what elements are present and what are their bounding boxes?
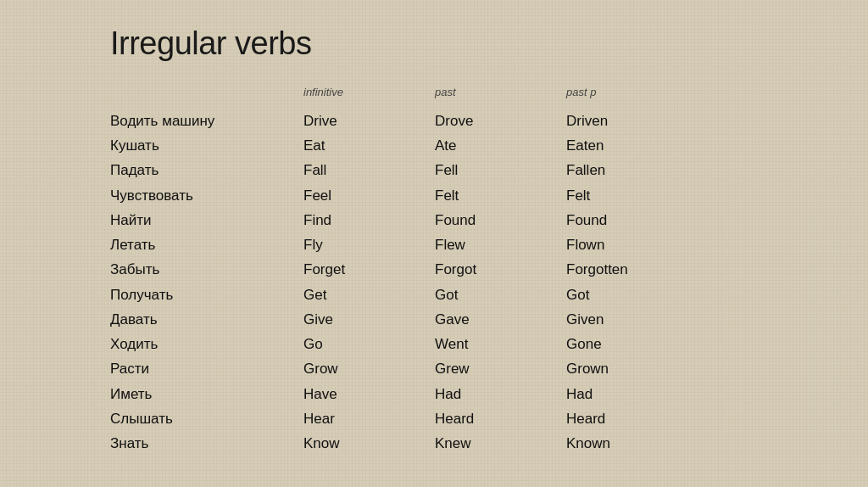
cell-infinitive: Fall	[303, 158, 435, 182]
cell-infinitive: Forget	[303, 257, 435, 282]
cell-russian: Расти	[110, 356, 303, 381]
cell-infinitive: Fly	[303, 232, 435, 257]
cell-past-participle: Fallen	[566, 158, 719, 182]
cell-past: Drove	[435, 109, 566, 133]
cell-infinitive: Find	[303, 208, 435, 232]
cell-infinitive: Hear	[303, 406, 435, 431]
table-row: Падать Fall Fell Fallen	[110, 158, 834, 182]
cell-past-participle: Grown	[566, 356, 719, 381]
cell-past-participle: Got	[566, 283, 719, 307]
cell-russian: Летать	[110, 232, 303, 257]
cell-infinitive: Feel	[303, 183, 435, 208]
cell-infinitive: Have	[303, 382, 435, 406]
cell-past: Flew	[435, 232, 566, 257]
cell-russian: Падать	[110, 158, 303, 182]
cell-infinitive: Drive	[303, 109, 435, 133]
cell-past-participle: Eaten	[566, 133, 719, 158]
cell-russian: Водить машину	[110, 109, 303, 133]
table-row: Чувствовать Feel Felt Felt	[110, 183, 834, 208]
cell-past-participle: Forgotten	[566, 257, 719, 282]
table-row: Знать Know Knew Known	[110, 431, 834, 456]
header-past-p: past p	[566, 86, 719, 98]
verb-table-area: infinitive past past p Водить машину Dri…	[110, 86, 834, 456]
cell-past: Grew	[435, 356, 566, 381]
page-title: Irregular verbs	[110, 25, 834, 62]
cell-russian: Иметь	[110, 382, 303, 406]
cell-past: Forgot	[435, 257, 566, 282]
cell-russian: Слышать	[110, 406, 303, 431]
cell-past-participle: Given	[566, 307, 719, 332]
cell-infinitive: Give	[303, 307, 435, 332]
table-row: Летать Fly Flew Flown	[110, 232, 834, 257]
cell-russian: Ходить	[110, 332, 303, 356]
cell-past-participle: Found	[566, 208, 719, 232]
cell-past: Heard	[435, 406, 566, 431]
table-row: Слышать Hear Heard Heard	[110, 406, 834, 431]
header-infinitive: infinitive	[303, 86, 435, 98]
cell-infinitive: Eat	[303, 133, 435, 158]
cell-past-participle: Driven	[566, 109, 719, 133]
table-row: Забыть Forget Forgot Forgotten	[110, 257, 834, 282]
cell-infinitive: Grow	[303, 356, 435, 381]
cell-past: Got	[435, 283, 566, 307]
cell-past: Went	[435, 332, 566, 356]
table-row: Ходить Go Went Gone	[110, 332, 834, 356]
cell-past-participle: Heard	[566, 406, 719, 431]
cell-infinitive: Get	[303, 283, 435, 307]
cell-past: Had	[435, 382, 566, 406]
cell-infinitive: Know	[303, 431, 435, 456]
cell-russian: Давать	[110, 307, 303, 332]
cell-past-participle: Flown	[566, 232, 719, 257]
table-row: Получать Get Got Got	[110, 283, 834, 307]
table-header-row: infinitive past past p	[303, 86, 834, 98]
cell-russian: Кушать	[110, 133, 303, 158]
cell-past: Gave	[435, 307, 566, 332]
table-row: Найти Find Found Found	[110, 208, 834, 232]
cell-russian: Знать	[110, 431, 303, 456]
table-row: Давать Give Gave Given	[110, 307, 834, 332]
verb-table: Водить машину Drive Drove Driven Кушать …	[110, 109, 834, 456]
cell-russian: Найти	[110, 208, 303, 232]
cell-past-participle: Felt	[566, 183, 719, 208]
table-row: Расти Grow Grew Grown	[110, 356, 834, 381]
table-row: Иметь Have Had Had	[110, 382, 834, 406]
cell-past: Found	[435, 208, 566, 232]
cell-past: Ate	[435, 133, 566, 158]
cell-past-participle: Gone	[566, 332, 719, 356]
table-row: Водить машину Drive Drove Driven	[110, 109, 834, 133]
cell-past-participle: Had	[566, 382, 719, 406]
cell-past: Knew	[435, 431, 566, 456]
cell-russian: Чувствовать	[110, 183, 303, 208]
cell-russian: Забыть	[110, 257, 303, 282]
cell-past: Felt	[435, 183, 566, 208]
main-container: Irregular verbs infinitive past past p В…	[0, 0, 868, 487]
cell-russian: Получать	[110, 283, 303, 307]
cell-past: Fell	[435, 158, 566, 182]
cell-infinitive: Go	[303, 332, 435, 356]
header-past: past	[435, 86, 566, 98]
cell-past-participle: Known	[566, 431, 719, 456]
table-row: Кушать Eat Ate Eaten	[110, 133, 834, 158]
